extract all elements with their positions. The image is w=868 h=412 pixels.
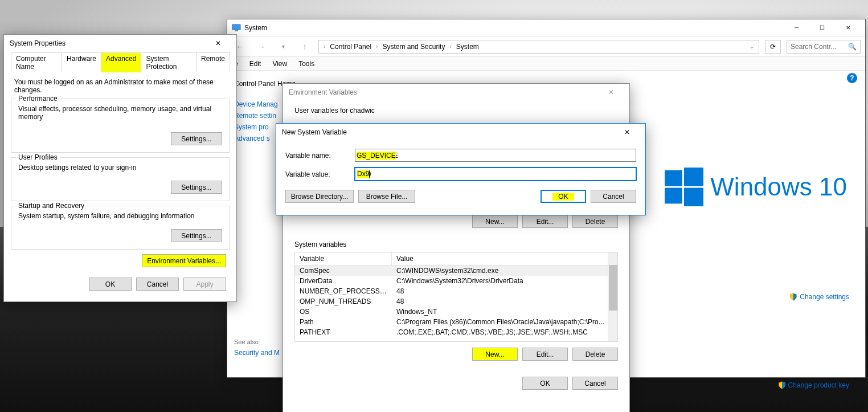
ok-button[interactable]: OK: [89, 278, 132, 291]
envvars-title: Environment Variables: [289, 88, 598, 96]
svg-rect-5: [684, 168, 703, 186]
change-settings-link[interactable]: Change settings: [789, 293, 849, 301]
sys-vars-label: System variables: [294, 240, 618, 248]
browse-directory-button[interactable]: Browse Directory...: [285, 190, 354, 203]
see-also-item[interactable]: Security and M: [234, 349, 280, 357]
svg-rect-6: [665, 188, 682, 204]
browse-file-button[interactable]: Browse File...: [358, 190, 415, 203]
sys-edit-button[interactable]: Edit...: [522, 348, 568, 361]
envvars-titlebar[interactable]: Environment Variables ✕: [283, 84, 629, 101]
system-titlebar[interactable]: System ─ ☐ ✕: [227, 19, 865, 36]
close-button[interactable]: ✕: [205, 35, 231, 52]
svg-rect-4: [665, 170, 682, 186]
svg-rect-0: [232, 25, 240, 30]
col-value[interactable]: Value: [392, 252, 617, 265]
startup-label: Startup and Recovery: [16, 202, 87, 210]
table-row[interactable]: OMP_NUM_THREADS48: [295, 296, 617, 307]
help-icon[interactable]: ?: [847, 73, 857, 83]
windows-10-label: Windows 10: [710, 173, 847, 201]
environment-variables-button[interactable]: Environment Variables...: [142, 254, 226, 267]
system-properties-dialog: System Properties ✕ Computer Name Hardwa…: [3, 34, 237, 302]
ok-button[interactable]: OK: [541, 190, 586, 203]
tab-advanced[interactable]: Advanced: [101, 52, 141, 72]
breadcrumb[interactable]: System: [454, 43, 481, 51]
close-button[interactable]: ✕: [598, 84, 624, 101]
tab-remote[interactable]: Remote: [196, 52, 230, 72]
search-placeholder: Search Contr...: [791, 43, 836, 51]
performance-settings-button[interactable]: Settings...: [171, 132, 222, 145]
breadcrumb[interactable]: Control Panel: [327, 43, 374, 51]
variable-value-input[interactable]: [355, 168, 636, 181]
admin-note: You must be logged on as an Administrato…: [4, 72, 236, 94]
close-button[interactable]: ✕: [835, 19, 861, 36]
dropdown-icon[interactable]: ⌄: [750, 43, 754, 50]
variable-value-label: Variable value:: [285, 170, 348, 178]
user-edit-button[interactable]: Edit...: [522, 215, 568, 228]
change-product-key-label: Change product key: [788, 381, 849, 389]
refresh-button[interactable]: ⟳: [765, 40, 781, 54]
breadcrumb[interactable]: System and Security: [380, 43, 447, 51]
sys-delete-button[interactable]: Delete: [572, 348, 618, 361]
shield-icon: [778, 381, 786, 389]
recent-dropdown[interactable]: ▾: [275, 39, 291, 55]
user-delete-button[interactable]: Delete: [572, 215, 618, 228]
svg-rect-1: [235, 30, 238, 31]
table-row[interactable]: OSWindows_NT: [295, 307, 617, 317]
profiles-settings-button[interactable]: Settings...: [171, 181, 222, 194]
menu-bar: e Edit View Tools: [227, 57, 865, 71]
table-row[interactable]: NUMBER_OF_PROCESSORS48: [295, 286, 617, 296]
sysprops-titlebar[interactable]: System Properties ✕: [4, 35, 236, 52]
windows-logo: Windows 10: [665, 168, 847, 206]
up-button[interactable]: ↑: [297, 39, 313, 55]
newvar-titlebar[interactable]: New System Variable ✕: [276, 124, 645, 141]
cancel-button[interactable]: Cancel: [136, 278, 179, 291]
apply-button[interactable]: Apply: [183, 278, 226, 291]
computer-icon: [232, 23, 241, 32]
change-settings-label: Change settings: [800, 293, 849, 301]
close-button[interactable]: ✕: [614, 124, 640, 141]
sysprops-title: System Properties: [10, 39, 205, 47]
tab-hardware[interactable]: Hardware: [62, 52, 101, 72]
chevron-right-icon: ›: [324, 43, 325, 50]
variable-name-input[interactable]: [355, 149, 636, 162]
tab-computer-name[interactable]: Computer Name: [11, 52, 62, 72]
user-vars-label: User variables for chadwic: [294, 107, 618, 115]
menu-item[interactable]: Tools: [298, 60, 314, 68]
system-title: System: [244, 24, 784, 32]
profiles-label: User Profiles: [16, 153, 60, 161]
profiles-group: User Profiles Desktop settings related t…: [11, 157, 230, 201]
cancel-button[interactable]: Cancel: [591, 190, 636, 203]
menu-item[interactable]: View: [272, 60, 287, 68]
newvar-title: New System Variable: [282, 128, 614, 136]
chevron-right-icon: ›: [449, 43, 451, 50]
user-new-button[interactable]: New...: [472, 215, 518, 228]
maximize-button[interactable]: ☐: [809, 19, 835, 36]
variable-name-label: Variable name:: [285, 152, 348, 160]
sys-new-button[interactable]: New...: [472, 348, 518, 361]
menu-item[interactable]: Edit: [249, 60, 261, 68]
col-variable[interactable]: Variable: [295, 252, 392, 265]
table-row[interactable]: ComSpecC:\WINDOWS\system32\cmd.exe: [295, 266, 617, 276]
new-system-variable-dialog: New System Variable ✕ Variable name: GS_…: [276, 123, 646, 215]
startup-settings-button[interactable]: Settings...: [171, 229, 222, 242]
minimize-button[interactable]: ─: [784, 19, 809, 36]
table-row[interactable]: PathC:\Program Files (x86)\Common Files\…: [295, 317, 617, 327]
startup-group: Startup and Recovery System startup, sys…: [11, 206, 230, 250]
tab-system-protection[interactable]: System Protection: [141, 52, 196, 72]
change-product-key-link[interactable]: Change product key: [778, 381, 849, 389]
cancel-button[interactable]: Cancel: [572, 377, 618, 390]
ok-button[interactable]: OK: [522, 377, 568, 390]
table-row[interactable]: DriverDataC:\Windows\System32\Drivers\Dr…: [295, 276, 617, 286]
nav-toolbar: ← → ▾ ↑ › Control Panel › System and Sec…: [227, 36, 865, 57]
system-variables-table[interactable]: Variable Value ComSpecC:\WINDOWS\system3…: [294, 252, 618, 342]
scrollbar[interactable]: [608, 252, 617, 341]
table-row[interactable]: PATHEXT.COM;.EXE;.BAT;.CMD;.VBS;.VBE;.JS…: [295, 327, 617, 337]
forward-button[interactable]: →: [253, 39, 269, 55]
address-bar[interactable]: › Control Panel › System and Security › …: [318, 40, 759, 54]
performance-group: Performance Visual effects, processor sc…: [11, 99, 230, 153]
search-input[interactable]: Search Contr... 🔍: [787, 40, 861, 54]
see-also-label: See also: [234, 338, 280, 345]
shield-icon: [789, 293, 797, 301]
chevron-right-icon: ›: [376, 43, 378, 50]
svg-rect-7: [684, 188, 703, 206]
